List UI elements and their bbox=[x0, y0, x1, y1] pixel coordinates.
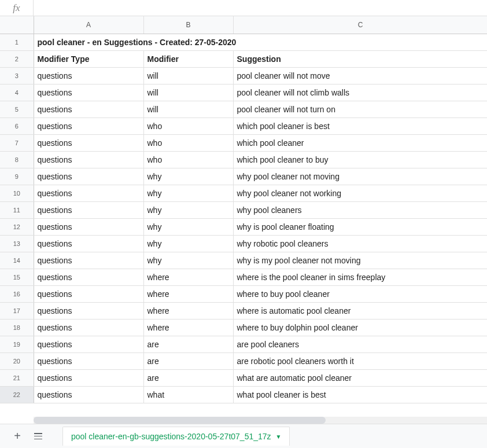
data-cell[interactable]: where is automatic pool cleaner bbox=[233, 302, 487, 319]
row-header[interactable]: 8 bbox=[0, 151, 34, 168]
data-cell[interactable]: questions bbox=[34, 67, 143, 84]
data-cell[interactable]: where bbox=[143, 285, 233, 302]
data-cell[interactable]: questions bbox=[34, 319, 143, 336]
data-cell[interactable]: why bbox=[143, 185, 233, 201]
data-cell[interactable]: are robotic pool cleaners worth it bbox=[233, 352, 487, 369]
data-cell[interactable]: questions bbox=[34, 218, 143, 235]
data-cell[interactable]: questions bbox=[34, 185, 143, 201]
select-all-corner[interactable] bbox=[0, 16, 34, 34]
data-cell[interactable]: questions bbox=[34, 285, 143, 302]
row-header[interactable]: 22 bbox=[0, 386, 34, 403]
header-cell[interactable]: Modifier Type bbox=[34, 50, 143, 67]
data-cell[interactable]: pool cleaner will not move bbox=[233, 67, 487, 84]
data-cell[interactable]: where bbox=[143, 269, 233, 285]
data-cell[interactable]: pool cleaner will not turn on bbox=[233, 101, 487, 117]
data-cell[interactable]: where bbox=[143, 302, 233, 319]
data-cell[interactable]: questions bbox=[34, 336, 143, 352]
table-row: 4questionswillpool cleaner will not clim… bbox=[0, 84, 487, 101]
row-header[interactable]: 7 bbox=[0, 134, 34, 151]
add-sheet-button[interactable]: + bbox=[7, 426, 28, 447]
data-cell[interactable]: questions bbox=[34, 201, 143, 218]
data-cell[interactable]: are pool cleaners bbox=[233, 336, 487, 352]
data-cell[interactable]: who bbox=[143, 117, 233, 134]
data-cell[interactable]: questions bbox=[34, 134, 143, 151]
data-cell[interactable]: questions bbox=[34, 269, 143, 285]
data-cell[interactable]: questions bbox=[34, 302, 143, 319]
row-header[interactable]: 14 bbox=[0, 252, 34, 269]
data-cell[interactable]: why pool cleaners bbox=[233, 201, 487, 218]
table-row: 18questionswherewhere to buy dolphin poo… bbox=[0, 319, 487, 336]
data-cell[interactable]: why pool cleaner not working bbox=[233, 185, 487, 201]
data-cell[interactable]: where is the pool cleaner in sims freepl… bbox=[233, 269, 487, 285]
data-cell[interactable]: questions bbox=[34, 101, 143, 117]
row-header[interactable]: 6 bbox=[0, 117, 34, 134]
header-cell[interactable]: Suggestion bbox=[233, 50, 487, 67]
data-cell[interactable]: why is my pool cleaner not moving bbox=[233, 252, 487, 269]
data-cell[interactable]: will bbox=[143, 84, 233, 101]
column-header-c[interactable]: C bbox=[233, 16, 487, 34]
sheet-tab-active[interactable]: pool cleaner-en-gb-suggestions-2020-05-2… bbox=[62, 427, 290, 446]
all-sheets-button[interactable] bbox=[28, 426, 49, 447]
data-cell[interactable]: where bbox=[143, 319, 233, 336]
row-header[interactable]: 4 bbox=[0, 84, 34, 101]
title-cell[interactable]: pool cleaner - en Suggestions - Created:… bbox=[34, 34, 487, 50]
spreadsheet-table: A B C 1pool cleaner - en Suggestions - C… bbox=[0, 16, 487, 403]
data-cell[interactable]: questions bbox=[34, 252, 143, 269]
data-cell[interactable]: why bbox=[143, 235, 233, 252]
data-cell[interactable]: questions bbox=[34, 151, 143, 168]
row-header[interactable]: 1 bbox=[0, 34, 34, 50]
column-header-b[interactable]: B bbox=[143, 16, 233, 34]
data-cell[interactable]: which pool cleaner to buy bbox=[233, 151, 487, 168]
data-cell[interactable]: questions bbox=[34, 168, 143, 185]
row-header[interactable]: 20 bbox=[0, 352, 34, 369]
data-cell[interactable]: questions bbox=[34, 369, 143, 386]
data-cell[interactable]: questions bbox=[34, 235, 143, 252]
data-cell[interactable]: which pool cleaner bbox=[233, 134, 487, 151]
formula-input[interactable] bbox=[34, 0, 487, 16]
data-cell[interactable]: will bbox=[143, 101, 233, 117]
row-header[interactable]: 16 bbox=[0, 285, 34, 302]
data-cell[interactable]: are bbox=[143, 369, 233, 386]
header-cell[interactable]: Modifier bbox=[143, 50, 233, 67]
data-cell[interactable]: why bbox=[143, 252, 233, 269]
data-cell[interactable]: why robotic pool cleaners bbox=[233, 235, 487, 252]
row-header[interactable]: 10 bbox=[0, 185, 34, 201]
row-header[interactable]: 21 bbox=[0, 369, 34, 386]
row-header[interactable]: 19 bbox=[0, 336, 34, 352]
row-header[interactable]: 18 bbox=[0, 319, 34, 336]
horizontal-scrollbar[interactable] bbox=[34, 417, 487, 424]
data-cell[interactable]: pool cleaner will not climb walls bbox=[233, 84, 487, 101]
row-header[interactable]: 2 bbox=[0, 50, 34, 67]
row-header[interactable]: 15 bbox=[0, 269, 34, 285]
data-cell[interactable]: why bbox=[143, 168, 233, 185]
row-header[interactable]: 9 bbox=[0, 168, 34, 185]
data-cell[interactable]: are bbox=[143, 336, 233, 352]
data-cell[interactable]: will bbox=[143, 67, 233, 84]
row-header[interactable]: 3 bbox=[0, 67, 34, 84]
data-cell[interactable]: what bbox=[143, 386, 233, 403]
data-cell[interactable]: who bbox=[143, 151, 233, 168]
data-cell[interactable]: questions bbox=[34, 352, 143, 369]
scroll-thumb[interactable] bbox=[34, 417, 326, 424]
data-cell[interactable]: why bbox=[143, 201, 233, 218]
row-header[interactable]: 5 bbox=[0, 101, 34, 117]
data-cell[interactable]: why bbox=[143, 218, 233, 235]
row-header[interactable]: 17 bbox=[0, 302, 34, 319]
row-header[interactable]: 11 bbox=[0, 201, 34, 218]
data-cell[interactable]: where to buy dolphin pool cleaner bbox=[233, 319, 487, 336]
data-cell[interactable]: who bbox=[143, 134, 233, 151]
row-header[interactable]: 13 bbox=[0, 235, 34, 252]
data-cell[interactable]: why is pool cleaner floating bbox=[233, 218, 487, 235]
data-cell[interactable]: are bbox=[143, 352, 233, 369]
column-header-a[interactable]: A bbox=[34, 16, 143, 34]
data-cell[interactable]: what are automatic pool cleaner bbox=[233, 369, 487, 386]
data-cell[interactable]: questions bbox=[34, 386, 143, 403]
data-cell[interactable]: what pool cleaner is best bbox=[233, 386, 487, 403]
data-cell[interactable]: why pool cleaner not moving bbox=[233, 168, 487, 185]
data-cell[interactable]: questions bbox=[34, 117, 143, 134]
chevron-down-icon[interactable]: ▼ bbox=[276, 434, 282, 440]
data-cell[interactable]: which pool cleaner is best bbox=[233, 117, 487, 134]
row-header[interactable]: 12 bbox=[0, 218, 34, 235]
data-cell[interactable]: where to buy pool cleaner bbox=[233, 285, 487, 302]
data-cell[interactable]: questions bbox=[34, 84, 143, 101]
